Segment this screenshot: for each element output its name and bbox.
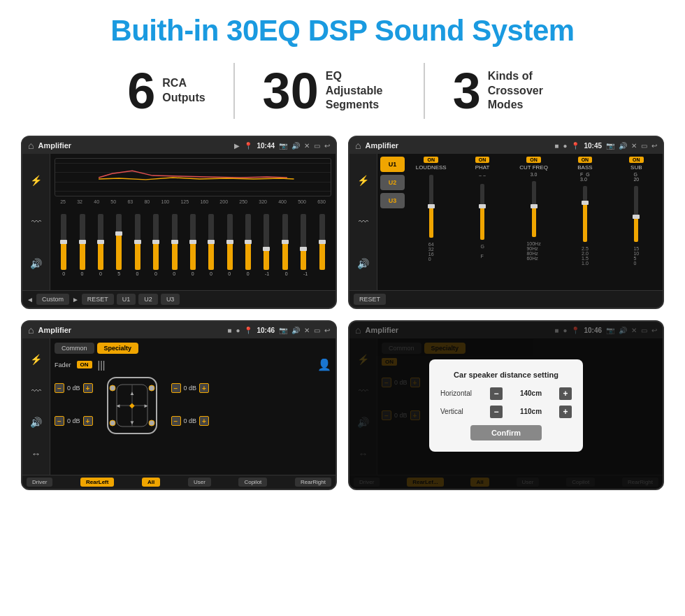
nav-driver-btn[interactable]: Driver xyxy=(27,478,52,487)
left-top-minus[interactable]: − xyxy=(55,383,64,393)
fader-slider-h[interactable]: ||| xyxy=(98,359,106,371)
eq-slider-12[interactable] xyxy=(282,214,288,270)
eq-slider-7[interactable] xyxy=(190,214,196,270)
sub-slider[interactable] xyxy=(634,186,638,242)
eq-next-btn[interactable]: ► xyxy=(72,296,79,303)
eq-sliders[interactable] xyxy=(55,207,331,270)
right-bot-plus[interactable]: + xyxy=(199,416,209,426)
phat-slider[interactable] xyxy=(480,184,484,240)
home-icon-eq[interactable]: ⌂ xyxy=(28,140,34,151)
loudness-on-btn[interactable]: ON xyxy=(424,157,438,163)
fader-nav-buttons: Driver RearLeft All User Copilot RearRig… xyxy=(22,475,336,489)
wifi-icon-eq: ✕ xyxy=(304,142,310,150)
bass-on-btn[interactable]: ON xyxy=(578,157,593,163)
home-icon-fader[interactable]: ⌂ xyxy=(28,324,34,336)
left-top-db: − 0 dB + xyxy=(55,383,93,393)
tab-common[interactable]: Common xyxy=(55,343,94,354)
right-bot-val: 0 dB xyxy=(184,417,197,424)
cutfreq-on-btn[interactable]: ON xyxy=(526,157,541,163)
right-top-minus[interactable]: − xyxy=(171,383,181,393)
eq-slider-4[interactable] xyxy=(135,214,140,270)
batt-icon-fader: ▭ xyxy=(314,327,320,334)
eq-u2-btn[interactable]: U2 xyxy=(138,294,158,305)
back-icon-fader[interactable]: ↩ xyxy=(324,327,330,334)
left-top-plus[interactable]: + xyxy=(83,383,93,393)
freq-25: 25 xyxy=(60,199,66,204)
back-icon-cr[interactable]: ↩ xyxy=(651,142,657,150)
phat-modes: ~ ~ xyxy=(479,173,486,178)
loudness-slider[interactable] xyxy=(429,175,433,238)
eq-slider-10[interactable] xyxy=(245,214,251,270)
fader-wave-icon[interactable]: 〰 xyxy=(31,385,41,396)
preset-u3-btn[interactable]: U3 xyxy=(380,193,405,208)
dialog-horizontal-plus[interactable]: + xyxy=(559,387,572,400)
freq-630: 630 xyxy=(317,199,326,204)
stat-rca-label: RCAOutputs xyxy=(162,76,205,106)
eq-slider-14[interactable] xyxy=(319,214,325,270)
preset-u1-btn[interactable]: U1 xyxy=(380,157,405,172)
back-icon-eq[interactable]: ↩ xyxy=(324,142,330,150)
distance-dialog: Car speaker distance setting Horizontal … xyxy=(429,359,583,452)
eq-filter-icon[interactable]: ⚡ xyxy=(30,175,42,186)
cr-wave-icon[interactable]: 〰 xyxy=(359,216,368,227)
cr-filter-icon[interactable]: ⚡ xyxy=(357,175,369,186)
eq-slider-0[interactable] xyxy=(61,214,66,270)
nav-all-btn[interactable]: All xyxy=(142,478,160,487)
dialog-horizontal-minus[interactable]: − xyxy=(490,387,503,400)
sub-on-btn[interactable]: ON xyxy=(629,157,644,163)
wifi-icon-cr: ✕ xyxy=(631,142,637,150)
crossover-screen-content: ⚡ 〰 🔊 U1 U2 U3 ON LOUDNESS xyxy=(349,154,663,290)
eq-slider-8[interactable] xyxy=(208,214,214,270)
eq-slider-9[interactable] xyxy=(227,214,233,270)
confirm-button[interactable]: Confirm xyxy=(470,425,542,440)
fader-sidebar: ⚡ 〰 🔊 ↔ xyxy=(22,338,50,475)
eq-slider-6[interactable] xyxy=(172,214,178,270)
ch-phat: ON PHAT ~ ~ GF xyxy=(459,157,505,287)
fader-vol-icon[interactable]: 🔊 xyxy=(30,417,42,428)
nav-rearleft-btn[interactable]: RearLeft xyxy=(80,478,114,487)
bass-slider[interactable] xyxy=(583,186,587,242)
crossover-channels: ON LOUDNESS 6432160 ON PHAT xyxy=(408,157,660,287)
eq-u3-btn[interactable]: U3 xyxy=(161,294,180,305)
eq-u1-btn[interactable]: U1 xyxy=(117,294,136,305)
home-icon-crossover[interactable]: ⌂ xyxy=(355,140,361,151)
dialog-vertical-minus[interactable]: − xyxy=(490,406,503,418)
eq-wave-icon[interactable]: 〰 xyxy=(31,216,41,227)
eq-slider-3[interactable] xyxy=(116,214,122,270)
stat-rca: 6 RCAOutputs xyxy=(99,66,233,116)
fader-filter-icon[interactable]: ⚡ xyxy=(30,354,42,365)
fader-arrows-icon[interactable]: ↔ xyxy=(31,448,41,459)
preset-u2-btn[interactable]: U2 xyxy=(380,175,405,190)
phat-on-btn[interactable]: ON xyxy=(475,157,490,163)
eq-vol-icon[interactable]: 🔊 xyxy=(30,258,42,269)
left-bot-minus[interactable]: − xyxy=(55,416,64,426)
right-bot-minus[interactable]: − xyxy=(171,416,181,426)
eq-slider-11[interactable] xyxy=(264,214,269,270)
eq-slider-13[interactable] xyxy=(301,214,306,270)
eq-freq-labels: 25 32 40 50 63 80 100 125 160 200 250 32… xyxy=(55,199,331,204)
tab-specialty[interactable]: Specialty xyxy=(97,343,139,354)
cr-vol-icon[interactable]: 🔊 xyxy=(357,258,369,269)
eq-slider-1[interactable] xyxy=(80,214,85,270)
fader-user-icon[interactable]: 👤 xyxy=(317,358,331,371)
app-name-fader: Amplifier xyxy=(38,326,223,334)
nav-user-btn[interactable]: User xyxy=(188,478,211,487)
right-top-db: − 0 dB + xyxy=(171,383,210,393)
stat-eq: 30 EQ AdjustableSegments xyxy=(235,66,424,116)
nav-copilot-btn[interactable]: Copilot xyxy=(238,478,267,487)
cutfreq-slider[interactable] xyxy=(532,181,536,237)
left-controls: − 0 dB + − 0 dB + xyxy=(55,374,93,437)
left-bot-plus[interactable]: + xyxy=(83,416,93,426)
eq-prev-btn[interactable]: ◄ xyxy=(27,296,34,303)
eq-reset-btn[interactable]: RESET xyxy=(82,294,114,305)
eq-slider-5[interactable] xyxy=(153,214,159,270)
dialog-title: Car speaker distance setting xyxy=(440,371,572,379)
nav-rearright-btn[interactable]: RearRight xyxy=(295,478,331,487)
loudness-label: LOUDNESS xyxy=(416,164,447,171)
crossover-reset-btn[interactable]: RESET xyxy=(354,294,386,305)
dialog-vertical-plus[interactable]: + xyxy=(559,406,572,418)
eq-custom-btn[interactable]: Custom xyxy=(36,294,69,305)
fader-on-btn[interactable]: ON xyxy=(77,361,92,368)
right-top-plus[interactable]: + xyxy=(199,383,209,393)
eq-slider-2[interactable] xyxy=(98,214,103,270)
